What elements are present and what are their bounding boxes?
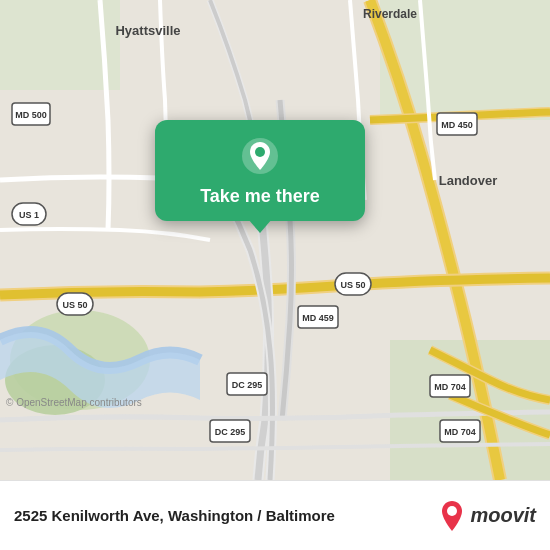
svg-text:DC 295: DC 295 [232, 380, 263, 390]
svg-text:US 50: US 50 [62, 300, 87, 310]
svg-text:Riverdale: Riverdale [363, 7, 417, 21]
bottom-bar: 2525 Kenilworth Ave, Washington / Baltim… [0, 480, 550, 550]
svg-point-31 [447, 506, 457, 516]
svg-text:US 1: US 1 [19, 210, 39, 220]
svg-text:MD 500: MD 500 [15, 110, 47, 120]
svg-text:MD 450: MD 450 [441, 120, 473, 130]
svg-text:Hyattsville: Hyattsville [115, 23, 180, 38]
svg-text:Landover: Landover [439, 173, 498, 188]
map-container: MD 500 US 1 US 50 US 50 MD 459 MD 450 DC… [0, 0, 550, 480]
svg-text:DC 295: DC 295 [215, 427, 246, 437]
svg-text:MD 704: MD 704 [444, 427, 476, 437]
address-text: 2525 Kenilworth Ave, Washington / Baltim… [14, 507, 335, 524]
svg-point-30 [255, 147, 265, 157]
map-svg: MD 500 US 1 US 50 US 50 MD 459 MD 450 DC… [0, 0, 550, 480]
map-attribution: © OpenStreetMap contributors [6, 397, 142, 408]
location-pin-icon [240, 136, 280, 176]
svg-text:MD 459: MD 459 [302, 313, 334, 323]
moovit-logo: moovit [438, 499, 536, 533]
popup-card[interactable]: Take me there [155, 120, 365, 221]
svg-text:MD 704: MD 704 [434, 382, 466, 392]
svg-text:US 50: US 50 [340, 280, 365, 290]
moovit-wordmark: moovit [470, 504, 536, 527]
moovit-pin-icon [438, 499, 466, 533]
popup-label: Take me there [200, 186, 320, 207]
address-block: 2525 Kenilworth Ave, Washington / Baltim… [14, 507, 335, 524]
